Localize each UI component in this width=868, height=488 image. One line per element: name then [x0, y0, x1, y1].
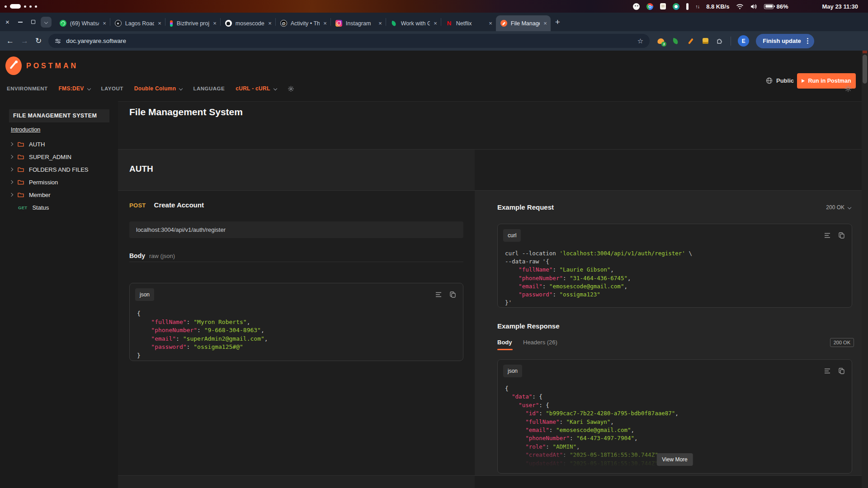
- section-divider: [118, 190, 862, 191]
- notes-tray-icon[interactable]: [660, 3, 666, 9]
- language-select[interactable]: cURL - cURL: [236, 85, 276, 92]
- tab-close-icon[interactable]: ×: [268, 20, 272, 27]
- tab-netflix[interactable]: Netflix ×: [441, 15, 496, 31]
- curl-code-block: curl curl --location 'localhost:3004/api…: [497, 224, 852, 308]
- sidebar-collection-title[interactable]: FILE MANAGEMENT SYSTEM: [9, 109, 109, 122]
- chevron-right-icon[interactable]: [9, 155, 13, 159]
- theme-toggle-sun-icon[interactable]: [844, 85, 852, 92]
- tab-whatsapp[interactable]: (69) WhatsApp ×: [55, 15, 110, 31]
- tab-close-icon[interactable]: ×: [434, 20, 437, 27]
- screen: ↑↓ 8.8 KB/s 86% May 23 11:30 × (69) What…: [0, 0, 868, 488]
- pen-tray-icon[interactable]: [686, 3, 689, 10]
- tab-close-icon[interactable]: ×: [158, 20, 161, 27]
- workspace-indicator: [5, 4, 37, 9]
- window-restore-button[interactable]: [31, 20, 35, 24]
- tab-geospatial[interactable]: Work with Geospa ×: [386, 15, 441, 31]
- section-divider: [118, 149, 862, 150]
- body-section-heading: Body raw (json): [129, 252, 175, 259]
- sidebar-folder-member[interactable]: Member: [10, 191, 51, 199]
- folder-icon: [17, 179, 24, 185]
- chevron-down-icon: [44, 20, 48, 23]
- extension-croissant-icon[interactable]: 1: [656, 37, 665, 45]
- postman-favicon: [500, 20, 507, 27]
- sidebar-endpoint-status[interactable]: GET Status: [18, 203, 49, 211]
- layout-select[interactable]: Double Column: [134, 85, 183, 92]
- face-app-tray-icon[interactable]: [633, 3, 640, 10]
- site-settings-icon[interactable]: [55, 38, 61, 44]
- green-app-tray-icon[interactable]: [673, 3, 679, 10]
- window-close-button[interactable]: ×: [5, 19, 9, 25]
- environment-select[interactable]: FMS:DEV: [58, 85, 90, 92]
- active-tab-underline: [497, 349, 513, 350]
- profile-avatar[interactable]: E: [738, 35, 749, 47]
- tab-instagram[interactable]: Instagram ×: [331, 15, 386, 31]
- system-status-bar: ↑↓ 8.8 KB/s 86% May 23 11:30: [0, 0, 868, 13]
- tab-search-button[interactable]: [41, 17, 52, 28]
- extension-notes-ic[interactable]: [701, 37, 709, 45]
- tab-github-fms[interactable]: mosescode1/fms ×: [221, 15, 275, 31]
- tab-close-icon[interactable]: ×: [543, 20, 547, 27]
- browser-menu-kebab-icon[interactable]: [807, 40, 808, 42]
- language-chip: json: [503, 365, 522, 377]
- chevron-right-icon[interactable]: [9, 168, 13, 171]
- sidebar-folder-permission[interactable]: Permission: [10, 178, 58, 186]
- copy-icon[interactable]: [450, 291, 456, 298]
- address-bar[interactable]: doc.yareyare.software ☆: [48, 34, 650, 48]
- wrap-lines-icon[interactable]: [435, 292, 442, 297]
- curl-code[interactable]: curl --location 'localhost:3004/api/v1/a…: [505, 249, 692, 307]
- settings-gear-icon[interactable]: [288, 85, 294, 92]
- extension-pencil-icon[interactable]: [686, 37, 694, 45]
- page-scrollbar[interactable]: [862, 51, 868, 488]
- github-favicon: [225, 20, 232, 27]
- tab-close-icon[interactable]: ×: [213, 20, 217, 27]
- get-method-tag: GET: [18, 205, 27, 210]
- tab-close-icon[interactable]: ×: [378, 20, 382, 27]
- visibility-indicator: Public: [766, 77, 794, 84]
- scrollbar-top-mark: [863, 51, 867, 53]
- active-workspace-pill: [10, 4, 21, 9]
- tab-close-icon[interactable]: ×: [323, 20, 327, 27]
- example-request-status-select[interactable]: 200 OK: [826, 204, 851, 211]
- wrap-lines-icon[interactable]: [824, 368, 830, 374]
- response-tab-headers[interactable]: Headers (26): [523, 339, 557, 346]
- response-code-block: json { "data": { "user": { "id": "b999ca…: [497, 359, 852, 474]
- tab-figma-bizthrive[interactable]: Bizthrive project – ×: [165, 15, 220, 31]
- sidebar-folder-super-admin[interactable]: SUPER_ADMIN: [10, 153, 71, 161]
- environment-label: ENVIRONMENT: [7, 86, 47, 91]
- copy-icon[interactable]: [839, 232, 844, 239]
- finish-update-button[interactable]: Finish update: [756, 34, 814, 48]
- scrollbar-thumb[interactable]: [863, 55, 867, 84]
- sidebar-folder-folders-and-files[interactable]: FOLDERS AND FILES: [10, 165, 88, 174]
- tab-close-icon[interactable]: ×: [489, 20, 492, 27]
- tab-file-management-active[interactable]: File Management ×: [496, 15, 551, 31]
- language-label: LANGUAGE: [193, 86, 225, 91]
- request-body-code[interactable]: { "fullName": "Myron Roberts", "phoneNum…: [137, 310, 268, 360]
- clock: May 23 11:30: [822, 3, 858, 10]
- sidebar-folder-auth[interactable]: AUTH: [10, 140, 45, 148]
- window-minimize-button[interactable]: [18, 22, 23, 23]
- tab-threads[interactable]: Activity • Threads ×: [276, 15, 330, 31]
- wrap-lines-icon[interactable]: [824, 233, 830, 238]
- response-tab-body[interactable]: Body: [497, 339, 512, 346]
- chevron-right-icon[interactable]: [9, 180, 13, 184]
- view-more-button[interactable]: View More: [656, 453, 693, 466]
- extensions-puzzle-icon[interactable]: [716, 37, 724, 45]
- sidebar-item-introduction[interactable]: Introduction: [11, 127, 40, 133]
- tab-lagos-road-graph[interactable]: Lagos Road Graph ×: [110, 15, 165, 31]
- battery-percent: 86%: [776, 3, 788, 10]
- chevron-down-icon: [273, 87, 277, 90]
- extension-leaf-icon[interactable]: [671, 37, 679, 45]
- copy-icon[interactable]: [839, 368, 844, 374]
- new-tab-button[interactable]: +: [555, 17, 560, 27]
- bookmark-star-icon[interactable]: ☆: [637, 37, 643, 45]
- endpoint-url-box[interactable]: localhost:3004/api/v1/auth/register: [129, 221, 463, 238]
- tab-close-icon[interactable]: ×: [103, 20, 106, 27]
- chevron-right-icon[interactable]: [9, 142, 13, 146]
- forward-button[interactable]: →: [21, 37, 28, 45]
- auth-section-background: [118, 150, 475, 190]
- back-button[interactable]: ←: [6, 37, 14, 45]
- chrome-tray-icon[interactable]: [646, 3, 653, 10]
- network-traffic-arrows-icon: ↑↓: [695, 4, 699, 9]
- chevron-right-icon[interactable]: [9, 193, 13, 197]
- reload-button[interactable]: ↻: [35, 37, 42, 45]
